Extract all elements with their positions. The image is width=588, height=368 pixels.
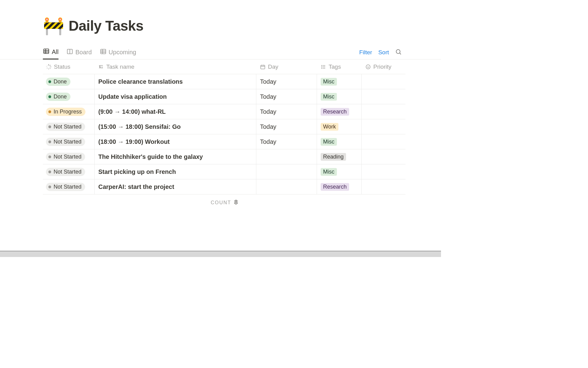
view-tab-all[interactable]: All: [43, 46, 58, 59]
table-icon: [43, 48, 50, 56]
svg-rect-6: [100, 49, 106, 54]
column-header-priority[interactable]: Priority: [361, 59, 405, 74]
page-title[interactable]: Daily Tasks: [69, 17, 143, 34]
table-row[interactable]: Not StartedCarperAI: start the projectRe…: [43, 179, 405, 194]
status-label: Not Started: [54, 184, 81, 190]
table-row[interactable]: Not Started(18:00 → 19:00) WorkoutTodayM…: [43, 134, 405, 149]
day-value[interactable]: Today: [260, 108, 276, 115]
select-icon: [365, 64, 371, 70]
status-dot-icon: [48, 140, 51, 143]
table-footer-count: COUNT 8: [43, 194, 405, 206]
status-dot-icon: [48, 155, 51, 158]
count-label: COUNT: [211, 200, 231, 205]
status-pill[interactable]: Not Started: [46, 168, 85, 176]
view-tab-label: All: [52, 48, 58, 56]
priority-cell[interactable]: [361, 164, 405, 179]
status-pill[interactable]: Not Started: [46, 123, 85, 131]
svg-point-20: [322, 65, 322, 66]
column-header-day[interactable]: Day: [256, 59, 317, 74]
status-dot-icon: [48, 95, 51, 98]
priority-cell[interactable]: [361, 89, 405, 104]
priority-cell[interactable]: [361, 149, 405, 164]
tag-pill[interactable]: Misc: [321, 138, 337, 146]
day-value[interactable]: Today: [260, 93, 276, 100]
column-header-day-label: Day: [268, 63, 278, 70]
table-row[interactable]: DoneUpdate visa applicationTodayMisc: [43, 89, 405, 104]
tag-pill[interactable]: Misc: [321, 78, 337, 86]
search-icon[interactable]: [395, 48, 402, 56]
status-dot-icon: [48, 171, 51, 173]
calendar-icon: [260, 64, 266, 70]
status-label: In Progress: [54, 109, 82, 115]
column-header-task-label: Task name: [106, 63, 134, 70]
task-name[interactable]: Update visa application: [98, 93, 167, 100]
table-row[interactable]: In Progress(9:00 → 14:00) what-RLTodayRe…: [43, 104, 405, 119]
day-value[interactable]: Today: [260, 123, 276, 130]
svg-point-10: [396, 49, 400, 53]
page-icon[interactable]: 🚧: [43, 17, 64, 34]
view-tab-label: Upcoming: [109, 49, 136, 56]
board-icon: [66, 48, 73, 56]
column-header-tags[interactable]: Tags: [317, 59, 361, 74]
status-pill[interactable]: Done: [46, 93, 70, 101]
status-pill[interactable]: Not Started: [46, 138, 85, 146]
status-pill[interactable]: Not Started: [46, 153, 85, 161]
tag-pill[interactable]: Research: [321, 183, 349, 191]
svg-rect-13: [261, 65, 265, 69]
status-pill[interactable]: In Progress: [46, 108, 85, 116]
tasks-table: Status Aa Task name Day Tags Priority Do…: [43, 59, 405, 194]
svg-point-22: [322, 68, 322, 68]
svg-rect-0: [44, 49, 49, 54]
filter-button[interactable]: Filter: [359, 49, 372, 56]
task-name[interactable]: CarperAI: start the project: [98, 183, 174, 190]
day-value[interactable]: Today: [260, 78, 276, 85]
view-tab-label: Board: [75, 49, 92, 56]
status-pill[interactable]: Not Started: [46, 183, 85, 191]
status-dot-icon: [48, 110, 51, 113]
column-header-tags-label: Tags: [329, 63, 341, 70]
task-name[interactable]: The Hitchhiker's guide to the galaxy: [98, 153, 203, 160]
priority-cell[interactable]: [361, 179, 405, 194]
tag-pill[interactable]: Reading: [321, 153, 346, 161]
task-name[interactable]: (15:00 → 18:00) Sensifai: Go: [98, 123, 181, 130]
table-header-row: Status Aa Task name Day Tags Priority: [43, 59, 405, 74]
table-row[interactable]: Not Started(15:00 → 18:00) Sensifai: GoT…: [43, 119, 405, 134]
tag-pill[interactable]: Misc: [321, 93, 337, 101]
task-name[interactable]: Police clearance translations: [98, 78, 183, 85]
tag-pill[interactable]: Research: [321, 108, 349, 116]
task-name[interactable]: (18:00 → 19:00) Workout: [98, 138, 170, 145]
view-tab-board[interactable]: Board: [66, 45, 92, 59]
table-icon: [100, 48, 107, 56]
view-tab-upcoming[interactable]: Upcoming: [100, 45, 136, 59]
status-label: Not Started: [54, 124, 81, 130]
column-header-status[interactable]: Status: [43, 63, 94, 70]
task-name[interactable]: (9:00 → 14:00) what-RL: [98, 108, 166, 115]
status-label: Not Started: [54, 154, 81, 160]
priority-cell[interactable]: [361, 119, 405, 134]
sort-button[interactable]: Sort: [378, 49, 389, 56]
svg-point-23: [366, 65, 370, 69]
priority-cell[interactable]: [361, 104, 405, 119]
task-name[interactable]: Start picking up on French: [98, 168, 176, 175]
svg-text:Aa: Aa: [99, 65, 103, 69]
list-icon: [321, 64, 326, 70]
table-row[interactable]: Not StartedThe Hitchhiker's guide to the…: [43, 149, 405, 164]
column-header-task[interactable]: Aa Task name: [94, 59, 256, 74]
views-bar: AllBoardUpcoming Filter Sort: [0, 45, 441, 59]
status-dot-icon: [48, 80, 51, 83]
tag-pill[interactable]: Misc: [321, 168, 337, 176]
status-pill[interactable]: Done: [46, 78, 70, 86]
day-value[interactable]: Today: [260, 138, 276, 145]
status-dot-icon: [48, 186, 51, 188]
status-label: Done: [54, 94, 67, 100]
text-icon: Aa: [98, 64, 104, 70]
priority-cell[interactable]: [361, 74, 405, 89]
tag-pill[interactable]: Work: [321, 123, 338, 131]
priority-cell[interactable]: [361, 134, 405, 149]
table-row[interactable]: Not StartedStart picking up on FrenchMis…: [43, 164, 405, 179]
status-dot-icon: [48, 125, 51, 128]
column-header-status-label: Status: [54, 63, 70, 70]
table-row[interactable]: DonePolice clearance translationsTodayMi…: [43, 74, 405, 89]
svg-line-11: [400, 53, 401, 54]
status-label: Not Started: [54, 139, 81, 145]
